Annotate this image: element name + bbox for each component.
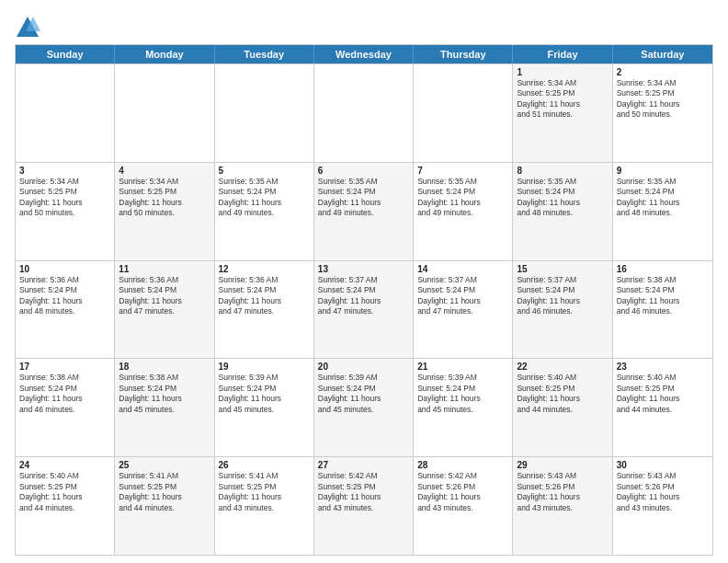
day-number: 20 xyxy=(318,362,409,372)
cell-line: Daylight: 11 hours xyxy=(318,492,409,502)
cell-line: Daylight: 11 hours xyxy=(219,296,310,306)
cal-cell-day-9: 9Sunrise: 5:35 AMSunset: 5:24 PMDaylight… xyxy=(613,163,712,260)
cell-line: Sunset: 5:26 PM xyxy=(517,482,608,492)
cell-line: Sunset: 5:25 PM xyxy=(119,482,210,492)
cal-row-3: 17Sunrise: 5:38 AMSunset: 5:24 PMDayligh… xyxy=(16,358,712,456)
day-number: 1 xyxy=(517,67,608,77)
header-day-thursday: Thursday xyxy=(414,45,513,63)
day-number: 23 xyxy=(617,362,709,372)
cell-line: Sunrise: 5:36 AM xyxy=(119,275,210,285)
day-number: 13 xyxy=(318,264,409,274)
cell-line: and 46 minutes. xyxy=(617,306,709,316)
cell-line: Sunrise: 5:37 AM xyxy=(318,275,409,285)
cell-line: Daylight: 11 hours xyxy=(617,492,709,502)
cell-line: Sunrise: 5:42 AM xyxy=(318,471,409,481)
cell-line: and 45 minutes. xyxy=(219,405,310,415)
calendar: SundayMondayTuesdayWednesdayThursdayFrid… xyxy=(15,44,713,556)
page: SundayMondayTuesdayWednesdayThursdayFrid… xyxy=(0,0,728,563)
cell-line: Daylight: 11 hours xyxy=(318,296,409,306)
cell-line: Daylight: 11 hours xyxy=(517,492,608,502)
cell-line: and 49 minutes. xyxy=(318,208,409,218)
cell-line: and 47 minutes. xyxy=(219,306,310,316)
cal-cell-empty xyxy=(115,64,214,162)
day-number: 29 xyxy=(517,460,608,470)
cell-line: Sunrise: 5:39 AM xyxy=(219,373,310,383)
cell-line: Sunset: 5:26 PM xyxy=(417,482,508,492)
cell-line: Daylight: 11 hours xyxy=(517,296,608,306)
calendar-body: 1Sunrise: 5:34 AMSunset: 5:25 PMDaylight… xyxy=(16,63,712,555)
cell-line: and 44 minutes. xyxy=(617,405,709,415)
day-number: 25 xyxy=(119,460,210,470)
cell-line: Sunrise: 5:40 AM xyxy=(517,373,608,383)
cal-row-0: 1Sunrise: 5:34 AMSunset: 5:25 PMDaylight… xyxy=(16,63,712,162)
cell-line: and 46 minutes. xyxy=(19,405,110,415)
day-number: 27 xyxy=(318,460,409,470)
cell-line: Sunset: 5:24 PM xyxy=(219,285,310,295)
day-number: 30 xyxy=(617,460,709,470)
cell-line: Daylight: 11 hours xyxy=(318,394,409,404)
cell-line: Sunrise: 5:38 AM xyxy=(119,373,210,383)
cell-line: Sunrise: 5:35 AM xyxy=(318,177,409,187)
cell-line: Daylight: 11 hours xyxy=(219,492,310,502)
cell-line: Daylight: 11 hours xyxy=(617,394,709,404)
cell-line: Sunrise: 5:40 AM xyxy=(617,373,709,383)
cell-line: Daylight: 11 hours xyxy=(517,198,608,208)
cell-line: Sunset: 5:25 PM xyxy=(617,88,709,98)
cal-cell-day-4: 4Sunrise: 5:34 AMSunset: 5:25 PMDaylight… xyxy=(115,163,214,260)
cell-line: Sunset: 5:24 PM xyxy=(19,384,110,394)
day-number: 26 xyxy=(219,460,310,470)
cell-line: Sunrise: 5:36 AM xyxy=(19,275,110,285)
day-number: 18 xyxy=(119,362,210,372)
cal-cell-day-30: 30Sunrise: 5:43 AMSunset: 5:26 PMDayligh… xyxy=(613,457,712,555)
cell-line: Sunrise: 5:41 AM xyxy=(119,471,210,481)
cal-cell-day-26: 26Sunrise: 5:41 AMSunset: 5:25 PMDayligh… xyxy=(215,457,314,555)
day-number: 10 xyxy=(19,264,110,274)
cal-row-1: 3Sunrise: 5:34 AMSunset: 5:25 PMDaylight… xyxy=(16,162,712,260)
cell-line: and 50 minutes. xyxy=(19,208,110,218)
cell-line: Daylight: 11 hours xyxy=(119,198,210,208)
cal-cell-day-15: 15Sunrise: 5:37 AMSunset: 5:24 PMDayligh… xyxy=(513,261,612,359)
cell-line: Daylight: 11 hours xyxy=(119,394,210,404)
cell-line: and 49 minutes. xyxy=(219,208,310,218)
cal-cell-day-24: 24Sunrise: 5:40 AMSunset: 5:25 PMDayligh… xyxy=(16,457,115,555)
cell-line: and 46 minutes. xyxy=(517,306,608,316)
cell-line: Daylight: 11 hours xyxy=(517,394,608,404)
cell-line: Sunset: 5:24 PM xyxy=(19,285,110,295)
cal-cell-day-14: 14Sunrise: 5:37 AMSunset: 5:24 PMDayligh… xyxy=(414,261,513,359)
cell-line: and 43 minutes. xyxy=(219,503,310,513)
cell-line: Sunrise: 5:35 AM xyxy=(219,177,310,187)
cell-line: Daylight: 11 hours xyxy=(617,198,709,208)
cell-line: and 48 minutes. xyxy=(517,208,608,218)
cell-line: Sunrise: 5:42 AM xyxy=(417,471,508,481)
cell-line: Sunrise: 5:38 AM xyxy=(617,275,709,285)
day-number: 8 xyxy=(517,166,608,176)
day-number: 28 xyxy=(417,460,508,470)
cell-line: Sunrise: 5:36 AM xyxy=(219,275,310,285)
cal-cell-day-11: 11Sunrise: 5:36 AMSunset: 5:24 PMDayligh… xyxy=(115,261,214,359)
cell-line: and 43 minutes. xyxy=(517,503,608,513)
cell-line: and 43 minutes. xyxy=(318,503,409,513)
cell-line: Daylight: 11 hours xyxy=(617,99,709,109)
cell-line: Sunrise: 5:37 AM xyxy=(517,275,608,285)
cell-line: Daylight: 11 hours xyxy=(19,296,110,306)
cell-line: and 44 minutes. xyxy=(19,503,110,513)
cell-line: Sunrise: 5:39 AM xyxy=(417,373,508,383)
day-number: 17 xyxy=(19,362,110,372)
day-number: 2 xyxy=(617,67,709,77)
day-number: 9 xyxy=(617,166,709,176)
cell-line: and 43 minutes. xyxy=(617,503,709,513)
cell-line: Daylight: 11 hours xyxy=(417,394,508,404)
day-number: 16 xyxy=(617,264,709,274)
cell-line: Sunset: 5:25 PM xyxy=(19,187,110,197)
cell-line: Sunset: 5:25 PM xyxy=(517,88,608,98)
cell-line: Sunset: 5:25 PM xyxy=(517,384,608,394)
cell-line: Sunrise: 5:35 AM xyxy=(417,177,508,187)
cell-line: Sunset: 5:24 PM xyxy=(517,285,608,295)
cal-cell-empty xyxy=(314,64,414,162)
cal-cell-day-13: 13Sunrise: 5:37 AMSunset: 5:24 PMDayligh… xyxy=(314,261,414,359)
cal-cell-day-7: 7Sunrise: 5:35 AMSunset: 5:24 PMDaylight… xyxy=(414,163,513,260)
cell-line: Daylight: 11 hours xyxy=(617,296,709,306)
cell-line: Sunset: 5:24 PM xyxy=(417,285,508,295)
cell-line: Sunrise: 5:43 AM xyxy=(517,471,608,481)
header-day-friday: Friday xyxy=(513,45,612,63)
